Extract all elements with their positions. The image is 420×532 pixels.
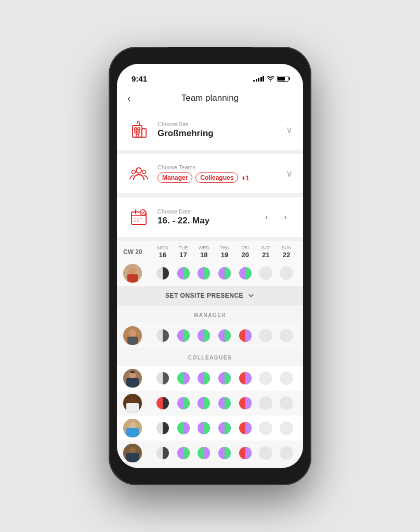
team-tags: Manager Colleagues +1 xyxy=(158,172,279,183)
svg-rect-36 xyxy=(127,337,138,345)
col1-tue xyxy=(177,371,190,385)
col2-mon xyxy=(156,396,169,410)
day-name-6: SUN xyxy=(282,245,292,250)
day-header-3: THU 19 xyxy=(214,245,235,259)
manager-avatar xyxy=(123,326,142,345)
day-header-0: MON 16 xyxy=(152,245,173,259)
status-tue-my xyxy=(177,267,190,280)
svg-rect-19 xyxy=(137,218,139,219)
battery-icon xyxy=(277,76,288,82)
day-header-1: TUE 17 xyxy=(173,245,194,259)
svg-rect-18 xyxy=(134,218,136,219)
app-content[interactable]: ‹ Team planning xyxy=(117,87,303,468)
svg-point-43 xyxy=(129,373,136,379)
calendar-section: CW 20 MON 16 TUE 17 WED 18 THU xyxy=(117,241,303,468)
svg-point-53 xyxy=(129,397,136,404)
date-info: Choose Date 16. - 22. May xyxy=(158,208,252,226)
mgr-sat xyxy=(259,329,272,342)
colleague-row-3 xyxy=(117,416,303,441)
teams-section[interactable]: Choose Teams Manager Colleagues +1 ∨ xyxy=(117,154,303,197)
status-time: 9:41 xyxy=(132,74,147,83)
colleague-row-2 xyxy=(117,391,303,416)
colleague-3-avatar xyxy=(123,419,142,437)
status-wed-my xyxy=(197,267,211,280)
team-tag-manager[interactable]: Manager xyxy=(158,172,192,183)
svg-rect-2 xyxy=(135,128,137,130)
teams-info: Choose Teams Manager Colleagues +1 xyxy=(158,164,279,183)
day-name-5: SAT xyxy=(261,245,270,250)
site-label: Choose Site xyxy=(158,121,279,127)
teams-chevron: ∨ xyxy=(286,168,293,179)
phone-screen: 9:41 xyxy=(117,64,303,468)
onsite-chevron-icon xyxy=(247,292,255,299)
signal-icon xyxy=(253,75,264,82)
mgr-wed xyxy=(197,329,211,342)
team-icon xyxy=(127,162,150,185)
col3-sat xyxy=(259,421,272,435)
svg-point-17 xyxy=(140,210,146,216)
svg-rect-0 xyxy=(133,126,142,137)
date-nav: ‹ › xyxy=(259,210,293,224)
colleague-4-avatar xyxy=(123,444,142,462)
status-thu-my xyxy=(218,267,231,280)
col2-tue xyxy=(177,396,190,410)
onsite-button[interactable]: SET ONSITE PRESENCE xyxy=(117,286,303,305)
col3-sun xyxy=(280,421,293,435)
svg-rect-20 xyxy=(140,218,142,219)
back-button[interactable]: ‹ xyxy=(127,93,130,104)
svg-point-26 xyxy=(129,268,136,275)
col4-sun xyxy=(280,446,293,460)
svg-point-10 xyxy=(132,170,136,174)
status-sun-my xyxy=(280,267,293,280)
day-num-3: 19 xyxy=(221,251,228,259)
day-header-4: FRI 20 xyxy=(235,245,256,259)
mgr-thu xyxy=(218,329,231,342)
cw-label: CW 20 xyxy=(123,245,152,259)
svg-point-34 xyxy=(129,329,136,337)
col2-thu xyxy=(218,396,231,410)
day-header-6: SUN 22 xyxy=(276,245,297,259)
day-name-2: WED xyxy=(199,245,209,250)
my-row xyxy=(117,261,303,286)
col3-thu xyxy=(218,421,231,435)
prev-week-button[interactable]: ‹ xyxy=(259,210,274,224)
day-num-1: 17 xyxy=(179,251,187,259)
col4-wed xyxy=(197,446,211,460)
manager-divider: MANAGER xyxy=(117,305,303,323)
manager-label: MANAGER xyxy=(194,312,226,318)
svg-point-71 xyxy=(129,447,136,454)
teams-label: Choose Teams xyxy=(158,164,279,170)
date-section[interactable]: Choose Date 16. - 22. May ‹ › xyxy=(117,197,303,241)
svg-point-11 xyxy=(142,170,146,174)
col4-fri xyxy=(239,446,252,460)
svg-rect-1 xyxy=(142,129,146,137)
date-label: Choose Date xyxy=(158,208,252,215)
day-num-5: 21 xyxy=(262,251,269,259)
col2-fri xyxy=(239,396,252,410)
svg-rect-4 xyxy=(135,131,137,133)
site-info: Choose Site Großmehring xyxy=(158,121,279,139)
team-extra: +1 xyxy=(241,174,249,182)
my-avatar xyxy=(123,264,142,283)
site-section[interactable]: Choose Site Großmehring ∨ xyxy=(117,110,303,154)
col4-tue xyxy=(177,446,190,460)
svg-rect-27 xyxy=(127,274,138,283)
col4-mon xyxy=(156,446,169,460)
day-num-6: 22 xyxy=(283,251,290,259)
mgr-tue xyxy=(177,329,190,342)
colleague-2-avatar xyxy=(123,394,142,413)
app-header: ‹ Team planning xyxy=(117,87,303,110)
status-mon-my xyxy=(156,267,169,280)
status-bar: 9:41 xyxy=(117,64,303,87)
direct-reports-divider: DIRECT REPORTS xyxy=(117,466,303,468)
svg-rect-55 xyxy=(126,403,139,413)
mgr-mon xyxy=(156,329,169,342)
team-tag-colleagues[interactable]: Colleagues xyxy=(195,172,238,183)
status-icons xyxy=(253,75,288,82)
next-week-button[interactable]: › xyxy=(278,210,293,224)
day-name-3: THU xyxy=(220,245,230,250)
day-name-4: FRI xyxy=(241,245,249,250)
col2-sun xyxy=(280,396,293,410)
svg-rect-21 xyxy=(134,220,136,222)
col1-sun xyxy=(280,371,293,385)
